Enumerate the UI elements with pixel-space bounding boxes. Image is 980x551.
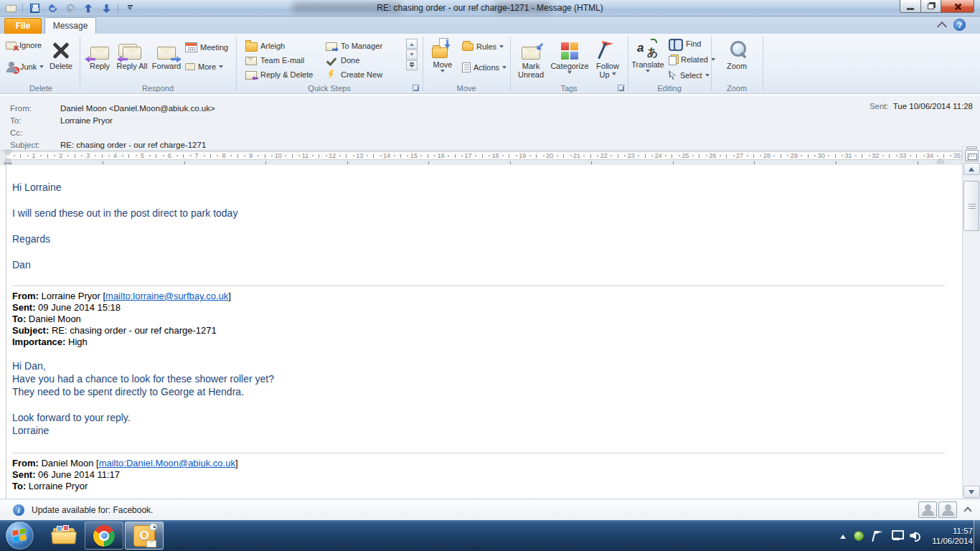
move-button[interactable]: Move: [428, 37, 458, 75]
quick-step-item[interactable]: Create New: [326, 67, 382, 82]
select-cursor-icon: [669, 70, 677, 80]
info-icon: i: [13, 504, 24, 516]
ruler-tick: [801, 155, 802, 156]
scroll-up-button[interactable]: [963, 163, 980, 175]
quoted-header-label: To:: [12, 314, 26, 324]
quick-step-item[interactable]: To Manager: [326, 39, 382, 53]
ruler-tab-stop-tick: [591, 161, 592, 164]
junk-button[interactable]: Junk: [6, 61, 44, 72]
sent-value: Tue 10/06/2014 11:28: [893, 102, 973, 110]
actions-button[interactable]: Actions: [462, 62, 507, 72]
taskbar-explorer-button[interactable]: [44, 522, 83, 550]
action-center-flag-icon[interactable]: [872, 530, 882, 542]
ruler-tick: [489, 155, 490, 156]
ruler-tick: [326, 155, 327, 156]
tab-file[interactable]: File: [4, 18, 42, 34]
ruler-number: 15: [410, 152, 418, 160]
gallery-more-button[interactable]: [406, 60, 418, 70]
follow-up-button[interactable]: Follow Up: [591, 38, 624, 79]
quick-step-item[interactable]: Reply & Delete: [245, 67, 313, 82]
quoted-header-label: Sent:: [12, 469, 36, 480]
taskbar-clock[interactable]: 11:57 11/06/2014: [932, 526, 973, 546]
quoted-header-line: Importance: High: [12, 336, 945, 348]
scrollbar-thumb[interactable]: [963, 181, 979, 231]
ignore-button[interactable]: Ignore: [6, 41, 42, 50]
ribbon-group-quick-steps: ArleighTeam E-mailReply & Delete To Mana…: [237, 34, 422, 94]
ruler-number: 29: [791, 152, 798, 160]
ruler-tick: [699, 154, 699, 158]
gallery-down-button[interactable]: [406, 50, 418, 60]
indent-markers[interactable]: [4, 151, 13, 165]
select-button[interactable]: Select: [669, 70, 710, 80]
collapse-ribbon-icon[interactable]: [937, 21, 947, 29]
reply-button[interactable]: Reply: [85, 38, 115, 70]
ruler-tick: [529, 155, 531, 156]
find-button[interactable]: Find: [669, 39, 701, 48]
window-controls: [900, 0, 974, 13]
show-desktop-button[interactable]: [974, 520, 980, 551]
ruler-tick: [285, 155, 286, 156]
header-field-value: Lorraine Pryor: [60, 116, 113, 125]
ruler-tick: [726, 154, 727, 158]
ruler-tick: [781, 154, 781, 158]
close-button[interactable]: [941, 0, 974, 13]
people-pane-button[interactable]: [938, 501, 957, 518]
ruler-tick: [210, 154, 211, 158]
quick-step-item[interactable]: Arleigh: [245, 39, 313, 53]
ruler-tick: [835, 154, 836, 158]
ribbon-group-tags: Mark Unread Categorize Follow Up Tags: [511, 34, 627, 94]
translate-button[interactable]: aあ Translate: [630, 37, 666, 75]
tags-dialog-launcher-icon[interactable]: [618, 85, 625, 92]
restore-button[interactable]: [921, 0, 941, 13]
mailto-link[interactable]: mailto:lorraine@surfbay.co.uk: [105, 291, 228, 301]
more-respond-button[interactable]: More: [185, 62, 223, 71]
quick-step-item[interactable]: Done: [326, 53, 382, 67]
tray-expand-icon[interactable]: [840, 532, 846, 539]
chevron-down-icon: [219, 65, 223, 70]
quoted-header-text: 06 June 2014 11:17: [36, 469, 121, 480]
related-button[interactable]: Related: [669, 55, 715, 64]
message-body: Hi LorraineI will send these out in the …: [0, 165, 962, 499]
delete-button[interactable]: Delete: [44, 38, 77, 70]
meeting-button[interactable]: Meeting: [185, 42, 228, 52]
chevron-down-icon: [440, 70, 445, 75]
split-pane-handle[interactable]: [966, 146, 977, 149]
header-field-label: Subject:: [0, 141, 60, 149]
ruler-toggle-button[interactable]: [965, 150, 979, 161]
volume-icon[interactable]: [910, 530, 921, 541]
ribbon-group-zoom: Zoom Zoom: [712, 34, 762, 94]
zoom-button[interactable]: Zoom: [720, 38, 753, 70]
outlook-message-window: RE: chasing order - our ref charge-1271 …: [0, 0, 980, 551]
ruler-tab-stop-tick: [510, 161, 511, 164]
header-field-label: From:: [0, 104, 60, 113]
quick-steps-dialog-launcher-icon[interactable]: [413, 85, 420, 92]
quick-step-item[interactable]: Team E-mail: [245, 53, 313, 67]
collapse-people-pane-icon[interactable]: [964, 507, 971, 512]
quoted-header-text: ]: [235, 458, 238, 468]
taskbar-chrome-button[interactable]: [85, 522, 123, 550]
network-icon[interactable]: [890, 530, 902, 541]
presence-status-icon[interactable]: [854, 531, 864, 541]
reply-all-button[interactable]: Reply All: [116, 38, 148, 70]
header-field-label: To:: [0, 116, 60, 125]
people-pane-button[interactable]: [918, 501, 937, 518]
minimize-button[interactable]: [900, 0, 921, 13]
start-button[interactable]: [6, 522, 34, 550]
categorize-button[interactable]: Categorize: [550, 38, 590, 76]
quoted-header-text: Lorraine Pryor: [26, 481, 88, 491]
rules-button[interactable]: Rules: [462, 42, 504, 51]
ruler-tick: [420, 155, 422, 156]
scroll-down-button[interactable]: [963, 486, 980, 498]
tab-message[interactable]: Message: [44, 17, 96, 34]
taskbar-outlook-button[interactable]: O: [125, 522, 164, 550]
quoted-body-line: They need to be spent directly to George…: [12, 385, 945, 398]
quick-steps-gallery-scroll: [406, 39, 418, 70]
mailto-link[interactable]: mailto:Daniel.Moon@abiuk.co.uk: [99, 458, 235, 468]
mark-unread-button[interactable]: Mark Unread: [512, 38, 550, 79]
right-indent-marker[interactable]: [937, 155, 944, 163]
gallery-up-button[interactable]: [406, 39, 418, 49]
help-button[interactable]: ?: [953, 19, 966, 31]
ruler-number: 30: [818, 152, 825, 160]
qs-team-icon: [245, 55, 257, 65]
forward-button[interactable]: Forward: [149, 38, 184, 70]
